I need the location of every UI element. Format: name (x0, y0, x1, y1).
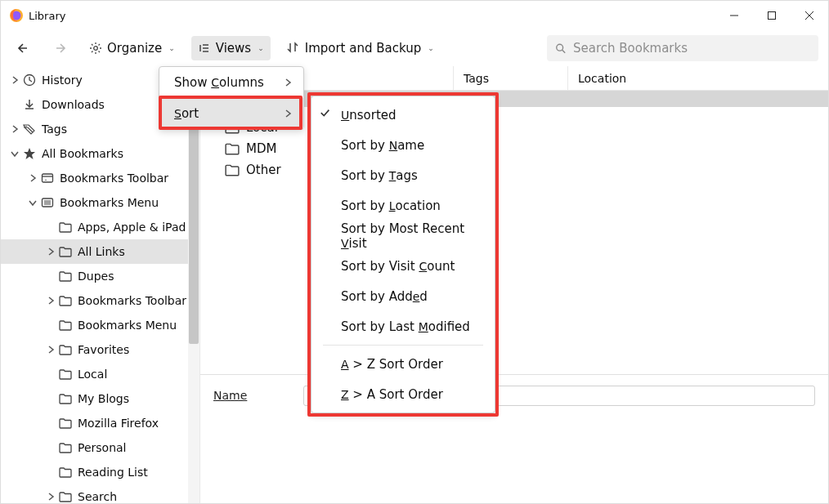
menu-item[interactable]: Sort by Location (311, 190, 495, 221)
sidebar-item[interactable]: Reading List (1, 460, 199, 484)
chevron-right-icon (284, 76, 292, 89)
sidebar[interactable]: HistoryDownloadsTagsAll BookmarksBookmar… (1, 66, 199, 503)
list-icon (198, 42, 211, 55)
check-icon (320, 108, 331, 122)
forward-button[interactable] (47, 36, 73, 60)
sidebar-item[interactable]: My Blogs (1, 386, 199, 411)
twisty-icon[interactable] (9, 123, 20, 135)
folder-icon (58, 220, 73, 234)
minimize-button[interactable] (715, 1, 753, 30)
library-window: Library Organize⌄ Views⌄ Import and Back… (0, 0, 829, 504)
sidebar-item[interactable]: Dupes (1, 264, 199, 288)
tags-icon (22, 122, 37, 136)
firefox-icon (9, 8, 24, 23)
menu-item[interactable]: A > Z Sort Order (311, 349, 495, 379)
menu-item-label: Sort by Last Modified (341, 319, 483, 334)
column-tags[interactable]: Tags (454, 66, 568, 90)
menu-item-label: Sort by Location (341, 198, 483, 213)
sidebar-item[interactable]: Bookmarks Toolbar (1, 166, 199, 190)
twisty-icon[interactable] (45, 491, 56, 502)
menu-item[interactable]: Sort by Added (311, 281, 495, 311)
list-item[interactable]: MDM (225, 141, 281, 156)
maximize-button[interactable] (753, 1, 791, 30)
search-input[interactable] (573, 41, 810, 56)
sidebar-item[interactable]: Search (1, 484, 199, 503)
menu-item[interactable]: Sort (159, 98, 303, 129)
sidebar-item[interactable]: Apps, Apple & iPad (1, 215, 199, 239)
menu-item[interactable]: Sort by Last Modified (311, 311, 495, 341)
twisty-icon[interactable] (45, 442, 56, 453)
twisty-icon[interactable] (45, 417, 56, 429)
scrollbar[interactable] (188, 66, 199, 503)
twisty-icon[interactable] (45, 221, 56, 233)
list-item-label: MDM (246, 141, 276, 156)
twisty-icon[interactable] (45, 246, 56, 257)
chevron-down-icon: ⌄ (258, 44, 264, 52)
sidebar-item[interactable]: All Bookmarks (1, 141, 199, 166)
views-menu: Show ColumnsSort (159, 66, 304, 130)
back-button[interactable] (11, 36, 37, 60)
search-icon (555, 42, 567, 55)
menu-item[interactable]: Show Columns (159, 67, 303, 98)
sidebar-item-label: Search (78, 490, 195, 503)
organize-button[interactable]: Organize⌄ (83, 36, 181, 60)
window-title: Library (29, 10, 715, 22)
svg-rect-8 (769, 12, 776, 20)
twisty-icon[interactable] (45, 393, 56, 404)
sidebar-item[interactable]: Bookmarks Menu (1, 313, 199, 337)
folder-icon (58, 293, 73, 308)
twisty-icon[interactable] (9, 148, 20, 159)
twisty-icon[interactable] (45, 295, 56, 306)
gear-icon (89, 42, 102, 55)
menu-item[interactable]: Sort by Most Recent Visit (311, 221, 495, 251)
sidebar-item-label: My Blogs (78, 392, 195, 405)
list-item-label: Other (246, 163, 281, 177)
twisty-icon[interactable] (27, 172, 38, 184)
sidebar-item[interactable]: Bookmarks Menu (1, 190, 199, 215)
twisty-icon[interactable] (45, 319, 56, 331)
twisty-icon[interactable] (45, 368, 56, 380)
twisty-icon[interactable] (45, 344, 56, 355)
details-name-label: Name (213, 389, 295, 402)
sidebar-item[interactable]: Favorites (1, 337, 199, 362)
close-button[interactable] (791, 1, 828, 30)
twisty-icon[interactable] (9, 74, 20, 86)
menu-item-label: A > Z Sort Order (341, 357, 483, 372)
menu-item[interactable]: Unsorted (311, 100, 495, 130)
column-location[interactable]: Location (568, 66, 828, 90)
menu-item-label: Sort by Name (341, 138, 483, 153)
menu-item[interactable]: Sort by Name (311, 130, 495, 160)
menu-item[interactable]: Sort by Visit Count (311, 251, 495, 281)
download-icon (22, 97, 37, 112)
sidebar-item[interactable]: All Links (1, 239, 199, 264)
chevron-down-icon: ⌄ (168, 44, 175, 52)
menu-item-label: Z > A Sort Order (341, 387, 483, 402)
sidebar-item-label: All Links (78, 245, 195, 258)
views-button[interactable]: Views⌄ (191, 36, 271, 60)
menu-item[interactable]: Z > A Sort Order (311, 379, 495, 409)
folder-icon (58, 391, 73, 406)
folder-icon (225, 163, 240, 177)
sidebar-item[interactable]: Bookmarks Toolbar (1, 288, 199, 313)
twisty-icon[interactable] (45, 466, 56, 478)
sidebar-item-label: Bookmarks Toolbar (60, 172, 195, 185)
menu-item[interactable]: Sort by Tags (311, 160, 495, 190)
twisty-icon[interactable] (9, 99, 20, 110)
twisty-icon[interactable] (27, 197, 38, 208)
folder-icon (58, 318, 73, 332)
sidebar-item-label: Favorites (78, 343, 195, 356)
main-panel: Name Tags Location LocalMDMOther Name Al… (199, 66, 828, 503)
sidebar-item-label: Mozilla Firefox (78, 417, 195, 430)
twisty-icon[interactable] (45, 270, 56, 282)
sidebar-item-label: Bookmarks Menu (78, 319, 195, 332)
search-field[interactable] (547, 35, 818, 61)
import-backup-button[interactable]: Import and Backup⌄ (280, 36, 441, 60)
folder-icon (58, 465, 73, 479)
list-item[interactable]: Other (225, 163, 281, 177)
menu-icon (40, 195, 55, 210)
sidebar-item[interactable]: Local (1, 362, 199, 386)
menu-item-label: Sort by Most Recent Visit (341, 221, 483, 251)
sidebar-item[interactable]: Mozilla Firefox (1, 411, 199, 435)
menu-item-label: Sort by Visit Count (341, 259, 483, 274)
sidebar-item[interactable]: Personal (1, 435, 199, 460)
